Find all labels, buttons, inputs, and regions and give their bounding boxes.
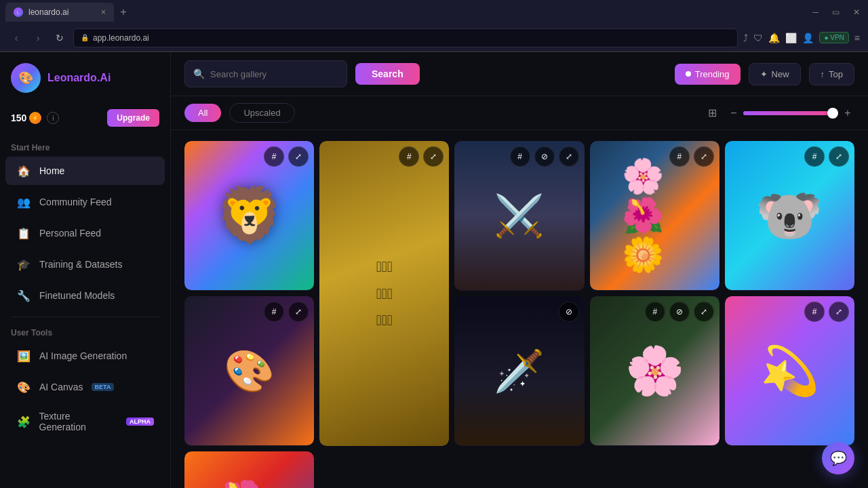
close-btn[interactable]: ✕ xyxy=(850,5,863,20)
gallery-item-dark-warrior[interactable]: ⊘ xyxy=(454,296,584,446)
sidebar-item-finetuned[interactable]: 🔧 Finetuned Models xyxy=(5,281,165,310)
item-actions-flowers: # ⤢ xyxy=(669,146,714,167)
gallery-item-koala[interactable]: # ⤢ xyxy=(725,141,854,291)
sidebar-home-label: Home xyxy=(39,165,64,176)
new-button[interactable]: ✦ New xyxy=(749,63,801,85)
upgrade-button[interactable]: Upgrade xyxy=(107,109,159,127)
back-btn[interactable]: ‹ xyxy=(8,30,24,46)
sidebar-finetuned-label: Finetuned Models xyxy=(39,290,115,301)
image-hieroglyphs xyxy=(319,141,449,446)
remix-btn-lion[interactable]: # xyxy=(264,146,284,167)
active-tab[interactable]: L leonardo.ai × xyxy=(5,3,114,22)
sidebar-item-home[interactable]: 🏠 Home xyxy=(5,157,165,185)
share-icon[interactable]: ⤴ xyxy=(743,33,748,43)
expand-btn-koala[interactable]: ⤢ xyxy=(829,146,849,167)
search-button[interactable]: Search xyxy=(355,63,420,85)
sidebar-ai-image-label: AI Image Generation xyxy=(39,350,127,361)
gallery-item-hieroglyphs[interactable]: # ⤢ xyxy=(319,141,449,446)
item-actions-colorful-girl: # ⤢ xyxy=(804,302,849,322)
ai-image-icon: 🖼️ xyxy=(16,348,31,363)
sidebar-item-community-feed[interactable]: 👥 Community Feed xyxy=(5,188,165,216)
credits-info-btn[interactable]: i xyxy=(47,112,59,124)
circle-btn-dark[interactable]: ⊘ xyxy=(559,302,579,322)
maximize-btn[interactable]: ▭ xyxy=(829,5,842,20)
token-icon: ⚡ xyxy=(29,112,41,124)
profile-icon[interactable]: 👤 xyxy=(802,33,814,43)
gallery-item-colorful-girl[interactable]: # ⤢ xyxy=(725,296,854,446)
expand-btn-warrior[interactable]: ⤢ xyxy=(559,146,579,167)
community-icon: 👥 xyxy=(16,195,31,209)
slider-fill xyxy=(743,111,829,115)
sidebar-item-ai-image[interactable]: 🖼️ AI Image Generation xyxy=(5,342,165,370)
tab-bar: L leonardo.ai × + ─ ▭ ✕ xyxy=(0,0,868,24)
sidebar-item-texture[interactable]: 🧩 Texture Generation ALPHA xyxy=(5,404,165,439)
reload-btn[interactable]: ↻ xyxy=(52,30,68,46)
zoom-out-btn[interactable]: − xyxy=(727,107,741,119)
sidebar-item-ai-canvas[interactable]: 🎨 AI Canvas BETA xyxy=(5,373,165,401)
gallery-item-lion[interactable]: # ⤢ xyxy=(184,141,314,291)
filter-all-btn[interactable]: All xyxy=(184,104,221,122)
trending-label: Trending xyxy=(695,69,730,79)
remix-btn-anime[interactable]: # xyxy=(264,302,284,322)
chat-fab-button[interactable]: 💬 xyxy=(822,442,854,474)
bookmark-icon[interactable]: ⬜ xyxy=(785,33,797,43)
sidebar-personal-label: Personal Feed xyxy=(39,228,101,239)
sidebar-item-personal-feed[interactable]: 📋 Personal Feed xyxy=(5,219,165,247)
top-icon: ↑ xyxy=(821,69,825,79)
item-actions-koala: # ⤢ xyxy=(804,146,849,167)
new-label: New xyxy=(772,69,789,79)
expand-btn-anime[interactable]: ⤢ xyxy=(288,302,309,322)
gallery-item-floral[interactable] xyxy=(184,451,314,488)
shield-icon[interactable]: 🛡 xyxy=(753,33,763,43)
circle-btn-warrior[interactable]: ⊘ xyxy=(534,146,555,167)
gallery-item-pink-girl[interactable]: # ⊘ ⤢ xyxy=(590,296,719,446)
tab-close-btn[interactable]: × xyxy=(101,7,106,17)
remix-btn-koala[interactable]: # xyxy=(804,146,825,167)
gallery-item-warrior[interactable]: # ⊘ ⤢ xyxy=(454,141,584,291)
app-layout: 🎨 Leonardo.Ai 150 ⚡ i Upgrade Start Here… xyxy=(0,52,868,488)
training-icon: 🎓 xyxy=(16,257,31,272)
remix-btn-pink[interactable]: # xyxy=(645,302,665,322)
sidebar-community-label: Community Feed xyxy=(39,197,112,207)
gallery-item-anime-girl[interactable]: # ⤢ xyxy=(184,296,314,446)
alert-icon[interactable]: 🔔 xyxy=(768,33,780,43)
trending-button[interactable]: Trending xyxy=(675,64,741,85)
address-bar[interactable]: 🔒 app.leonardo.ai xyxy=(73,28,738,47)
filter-upscaled-btn[interactable]: Upscaled xyxy=(229,103,294,123)
sidebar-texture-label: Texture Generation xyxy=(39,411,118,432)
slider-track[interactable] xyxy=(743,111,838,115)
address-text: app.leonardo.ai xyxy=(93,33,149,43)
circle-btn-pink[interactable]: ⊘ xyxy=(669,302,690,322)
minimize-btn[interactable]: ─ xyxy=(810,5,821,20)
remix-btn-hieroglyphs[interactable]: # xyxy=(399,146,419,167)
finetuned-icon: 🔧 xyxy=(16,288,31,303)
expand-btn-flowers[interactable]: ⤢ xyxy=(694,146,714,167)
nav-bar: ‹ › ↻ 🔒 app.leonardo.ai ⤴ 🛡 🔔 ⬜ 👤 ● VPN … xyxy=(0,24,868,52)
expand-btn-lion[interactable]: ⤢ xyxy=(288,146,309,167)
grid-layout-icon[interactable]: ⊞ xyxy=(703,104,722,123)
expand-btn-pink[interactable]: ⤢ xyxy=(694,302,714,322)
remix-btn-warrior[interactable]: # xyxy=(510,146,530,167)
forward-btn[interactable]: › xyxy=(30,30,46,46)
search-input[interactable] xyxy=(210,69,332,79)
lock-icon: 🔒 xyxy=(81,34,89,41)
remix-btn-flowers[interactable]: # xyxy=(669,146,690,167)
zoom-slider: − + xyxy=(727,107,854,119)
home-icon: 🏠 xyxy=(16,163,31,178)
slider-thumb[interactable] xyxy=(827,108,838,119)
credits-count: 150 ⚡ xyxy=(11,112,41,124)
top-button[interactable]: ↑ Top xyxy=(809,63,854,85)
expand-btn-hieroglyphs[interactable]: ⤢ xyxy=(423,146,443,167)
item-actions-anime-girl: # ⤢ xyxy=(264,302,309,322)
sidebar-ai-canvas-label: AI Canvas xyxy=(39,382,83,392)
new-tab-btn[interactable]: + xyxy=(114,3,133,22)
sidebar-logo: 🎨 Leonardo.Ai xyxy=(0,52,170,104)
expand-btn-colorful[interactable]: ⤢ xyxy=(829,302,849,322)
menu-icon[interactable]: ≡ xyxy=(854,33,860,43)
logo-dot-ai: .Ai xyxy=(97,72,111,83)
sidebar-item-training[interactable]: 🎓 Training & Datasets xyxy=(5,250,165,279)
user-tools-label: User Tools xyxy=(0,323,170,340)
remix-btn-colorful[interactable]: # xyxy=(804,302,825,322)
zoom-in-btn[interactable]: + xyxy=(841,107,854,119)
gallery-item-flowers[interactable]: # ⤢ xyxy=(590,141,719,291)
